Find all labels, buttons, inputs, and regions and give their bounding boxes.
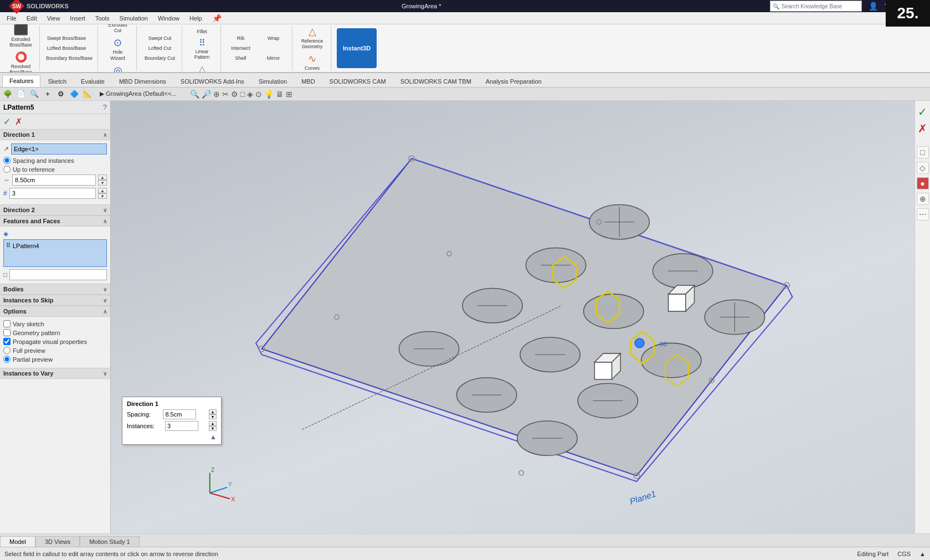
instances-vary-header[interactable]: Instances to Vary ∨: [0, 368, 110, 379]
shell-btn[interactable]: Shell: [225, 54, 256, 63]
view-icon-9[interactable]: 💡: [264, 90, 274, 99]
view-icon-3[interactable]: ⊕: [213, 90, 220, 99]
partial-preview-radio[interactable]: [3, 356, 11, 363]
callout-spacing-down[interactable]: ▼: [209, 414, 217, 419]
options-header[interactable]: Options ∧: [0, 306, 110, 317]
features-list[interactable]: ⠿ LPattern4: [3, 239, 107, 267]
bodies-header[interactable]: Bodies ∨: [0, 284, 110, 295]
right-tool-2[interactable]: ◇: [917, 162, 929, 174]
tab-mbd-dimensions[interactable]: MBD Dimensions: [112, 75, 173, 87]
spacing-up-btn[interactable]: ▲: [98, 174, 107, 180]
tab-sketch[interactable]: Sketch: [40, 75, 74, 87]
callout-spacing-input[interactable]: [163, 409, 196, 419]
tab-mbd[interactable]: MBD: [294, 75, 322, 87]
vary-sketch-check[interactable]: [3, 320, 11, 327]
wrap-btn[interactable]: Wrap: [258, 34, 289, 43]
view-icon-5[interactable]: ⚙: [231, 90, 238, 99]
right-tool-5[interactable]: ⋯: [917, 208, 929, 220]
tab-analysis-prep[interactable]: Analysis Preparation: [479, 75, 549, 87]
direction2-header[interactable]: Direction 2 ∨: [0, 204, 110, 215]
up-to-reference-radio[interactable]: [3, 166, 11, 173]
extrude-boss-base-btn[interactable]: ⬛ ExtrudedBoss/Base: [6, 24, 36, 49]
ft-icon-gear[interactable]: ⚙: [55, 89, 66, 100]
instances-up-btn[interactable]: ▲: [98, 188, 107, 193]
direction1-header[interactable]: Direction 1 ∧: [0, 129, 110, 140]
curves-btn[interactable]: ∿ Curves: [297, 52, 327, 72]
callout-instances-down[interactable]: ▼: [209, 426, 217, 431]
menu-view[interactable]: View: [43, 14, 65, 23]
menu-tools[interactable]: Tools: [91, 14, 114, 23]
view-icon-7[interactable]: ◈: [247, 90, 253, 99]
view-icon-11[interactable]: ⊞: [286, 90, 292, 99]
spacing-down-btn[interactable]: ▼: [98, 180, 107, 186]
lofted-boss-btn[interactable]: Lofted Boss/Base: [44, 44, 89, 53]
geometry-pattern-check[interactable]: [3, 329, 11, 336]
view-icon-4[interactable]: ✂: [222, 90, 229, 99]
swept-boss-btn[interactable]: Swept Boss/Base: [44, 34, 89, 43]
ft-icon-doc[interactable]: 📄: [16, 89, 27, 100]
model-tab-model[interactable]: Model: [0, 536, 35, 547]
instances-down-btn[interactable]: ▼: [98, 193, 107, 199]
spacing-input[interactable]: [12, 174, 96, 186]
menu-simulation[interactable]: Simulation: [115, 14, 152, 23]
spacing-instances-radio[interactable]: [3, 157, 11, 164]
pin-icon[interactable]: 📌: [212, 14, 222, 23]
statusbar-expand-btn[interactable]: ▲: [919, 551, 926, 557]
menu-window[interactable]: Window: [153, 14, 184, 23]
lofted-cut-btn[interactable]: Lofted Cut: [141, 44, 178, 53]
search-input[interactable]: [782, 3, 859, 9]
tab-features[interactable]: Features: [2, 75, 40, 87]
menu-file[interactable]: File: [2, 14, 21, 23]
rib-btn[interactable]: Rib: [225, 34, 256, 43]
instant3d-btn[interactable]: Instant3D: [337, 28, 377, 68]
menu-help[interactable]: Help: [185, 14, 207, 23]
boundary-boss-btn[interactable]: Boundary Boss/Base: [44, 54, 94, 63]
view-icon-1[interactable]: 🔍: [190, 90, 199, 99]
tab-solidworks-cam-tbm[interactable]: SOLIDWORKS CAM TBM: [393, 75, 479, 87]
ft-icon-diamond[interactable]: 🔷: [69, 89, 80, 100]
menu-insert[interactable]: Insert: [65, 14, 90, 23]
fillet-btn[interactable]: ⌒ Fillet: [187, 24, 217, 35]
callout-collapse-arrow[interactable]: ▲: [210, 433, 217, 441]
callout-instances-input[interactable]: [165, 421, 198, 431]
boundary-cut-btn[interactable]: Boundary Cut: [141, 54, 178, 63]
right-cancel-btn[interactable]: ✗: [918, 122, 927, 135]
propagate-visual-check[interactable]: [3, 338, 11, 345]
help-btn[interactable]: ?: [103, 103, 107, 111]
features-faces-header[interactable]: Features and Faces ∧: [0, 215, 110, 227]
view-icon-2[interactable]: 🔎: [202, 90, 211, 99]
revolve-cut-btn[interactable]: ◎ RevolvedCut: [102, 63, 133, 73]
reference-geometry-btn[interactable]: △ ReferenceGeometry: [297, 24, 327, 50]
ft-icon-tree[interactable]: 🌳: [2, 89, 13, 100]
linear-pattern-btn[interactable]: ⠿ LinearPattern: [187, 37, 217, 61]
tab-solidworks-cam[interactable]: SOLIDWORKS CAM: [322, 75, 393, 87]
swept-cut-btn[interactable]: Swept Cut: [141, 34, 178, 43]
user-icon[interactable]: 👤: [869, 2, 878, 11]
instances-skip-header[interactable]: Instances to Skip ∨: [0, 295, 110, 306]
view-icon-8[interactable]: ⊙: [255, 90, 262, 99]
view-icon-10[interactable]: 🖥: [276, 90, 284, 99]
cancel-btn[interactable]: ✗: [15, 116, 22, 127]
tab-solidworks-addins[interactable]: SOLIDWORKS Add-Ins: [173, 75, 251, 87]
instances-input[interactable]: [9, 188, 96, 199]
face-input[interactable]: [9, 269, 107, 280]
right-tool-3[interactable]: ●: [917, 177, 929, 189]
right-tool-1[interactable]: □: [917, 146, 929, 158]
view-icon-6[interactable]: □: [240, 90, 245, 99]
ft-icon-search[interactable]: 🔍: [29, 89, 40, 100]
full-preview-radio[interactable]: [3, 347, 11, 354]
callout-spacing-up[interactable]: ▲: [209, 409, 217, 414]
draft-btn[interactable]: △ Draft: [187, 62, 217, 73]
extrude-cut-btn[interactable]: ⬜ ExtrudedCut: [102, 24, 133, 34]
revolve-boss-base-btn[interactable]: ⭕ RevolvedBoss/Base: [6, 50, 36, 73]
search-box[interactable]: 🔍: [770, 1, 862, 12]
menu-edit[interactable]: Edit: [22, 14, 42, 23]
tab-evaluate[interactable]: Evaluate: [74, 75, 112, 87]
ft-icon-ruler[interactable]: 📐: [82, 89, 93, 100]
mirror-btn[interactable]: Mirror: [258, 54, 289, 63]
intersect-btn[interactable]: Intersect: [225, 44, 256, 53]
model-tab-motion[interactable]: Motion Study 1: [80, 536, 139, 547]
model-tab-3dviews[interactable]: 3D Views: [35, 536, 80, 547]
ok-btn[interactable]: ✓: [3, 116, 11, 127]
hole-wizard-btn[interactable]: ⊙ HoleWizard: [102, 35, 133, 61]
